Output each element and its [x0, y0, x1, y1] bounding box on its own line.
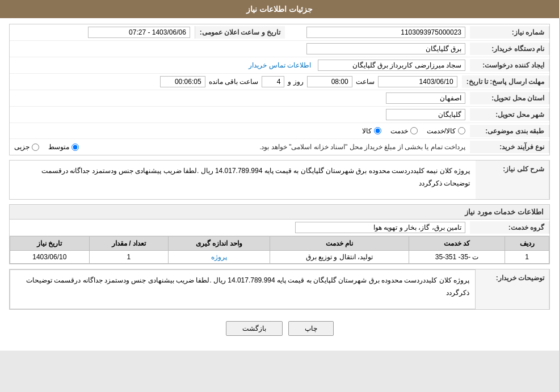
process-value: پرداخت تمام یا بخشی از مبلغ خریداز محل "… — [10, 141, 470, 153]
col-quantity: تعداد / مقدار — [89, 237, 168, 251]
service-group-label: گروه خدمت: — [470, 221, 549, 234]
category-row: طبقه بندی موضوعی: کالا/خدمت خدمت کالا — [10, 123, 549, 139]
buyer-name-label: نام دستگاه خریدار: — [470, 43, 549, 55]
cell-row-num: 1 — [505, 251, 549, 264]
time-label: ساعت — [356, 78, 375, 86]
services-section: گروه خدمت: تامین برق، گاز، بخار و تهویه … — [9, 219, 550, 264]
deadline-remaining-field: 00:06:05 — [160, 76, 205, 87]
category-option-kala[interactable]: کالا — [362, 127, 381, 135]
process-note: پرداخت تمام یا بخشی از مبلغ خریداز محل "… — [88, 143, 465, 151]
back-button[interactable]: بازگشت — [226, 321, 283, 336]
services-table-container: ردیف کد خدمت نام خدمت واحد اندازه گیری ت… — [10, 236, 549, 264]
service-group-row: گروه خدمت: تامین برق، گاز، بخار و تهویه … — [10, 220, 549, 236]
province-value: اصفهان — [10, 90, 470, 106]
province-row: استان محل تحویل: اصفهان — [10, 90, 549, 107]
buyer-description-label: توضیحات خریدار: — [476, 269, 549, 309]
service-group-value: تامین برق، گاز، بخار و تهویه هوا — [10, 220, 470, 235]
process-option-partial[interactable]: جزیی — [14, 143, 39, 151]
province-label: استان محل تحویل: — [470, 92, 549, 104]
process-row: نوع فرآیند خرید: پرداخت تمام یا بخشی از … — [10, 139, 549, 155]
buyer-description-section: توضیحات خریدار: پروژه کلان کلیددردست محد… — [9, 269, 550, 310]
category-value: کالا/خدمت خدمت کالا — [10, 125, 470, 137]
table-row: 1 ت -35- 351-35 تولید، انتقال و توزیع بر… — [10, 251, 549, 264]
cell-service-code: ت -35- 351-35 — [409, 251, 505, 264]
cell-service-name: تولید، انتقال و توزیع برق — [270, 251, 409, 264]
deadline-date-field: 1403/06/10 — [378, 76, 457, 87]
buyer-name-value: برق گلپایگان — [10, 41, 470, 57]
buyer-description-text: پروژه کلان کلیددردست محدوده برق شهرستان … — [10, 269, 476, 309]
col-date: تاریخ نیاز — [10, 237, 90, 251]
need-description-content: پروژه کلان نیمه کلیددردست محدوده برق شهر… — [10, 161, 476, 199]
page-title: جزئیات اطلاعات نیاز — [246, 5, 313, 14]
top-info-section: شماره نیاز: 1103093975000023 تاریخ و ساع… — [9, 24, 550, 155]
print-button[interactable]: چاپ — [288, 321, 334, 336]
announce-date-value: 1403/06/06 - 07:27 — [10, 24, 195, 40]
creator-row: ایجاد کننده درخواست: سجاد میرزارضی کاربر… — [10, 57, 549, 74]
services-section-title: اطلاعات خدمات مورد نیاز — [9, 204, 550, 219]
need-description-text: پروژه کلان نیمه کلیددردست محدوده برق شهر… — [10, 161, 476, 195]
need-number-field: 1103093975000023 — [306, 27, 465, 38]
main-content: شماره نیاز: 1103093975000023 تاریخ و ساع… — [0, 18, 559, 351]
cell-unit: پروژه — [169, 251, 270, 264]
services-table: ردیف کد خدمت نام خدمت واحد اندازه گیری ت… — [10, 236, 549, 264]
cell-date: 1403/06/10 — [10, 251, 90, 264]
remaining-label: ساعت باقی مانده — [209, 78, 259, 86]
deadline-days-field: 4 — [262, 76, 284, 87]
page-header: جزئیات اطلاعات نیاز — [0, 0, 559, 18]
city-field: گلپایگان — [386, 109, 465, 120]
category-option-kala-khedmat[interactable]: کالا/خدمت — [427, 127, 465, 135]
process-label: نوع فرآیند خرید: — [470, 141, 549, 153]
cell-quantity: 1 — [89, 251, 168, 264]
service-group-field: تامین برق، گاز، بخار و تهویه هوا — [295, 222, 465, 233]
need-description-section: شرح کلی نیاز: پروژه کلان نیمه کلیددردست … — [9, 160, 550, 200]
page-wrapper: جزئیات اطلاعات نیاز شماره نیاز: 11030939… — [0, 0, 559, 351]
buyer-description-content: پروژه کلان کلیددردست محدوده برق شهرستان … — [10, 269, 476, 309]
need-number-label: شماره نیاز: — [470, 26, 549, 39]
contact-link[interactable]: اطلاعات تماس خریدار — [249, 61, 311, 69]
deadline-row: مهلت ارسال پاسخ: تا تاریخ: 1403/06/10 سا… — [10, 74, 549, 90]
creator-field: سجاد میرزارضی کاربرداز برق گلپایگان — [318, 60, 465, 71]
category-label: طبقه بندی موضوعی: — [470, 125, 549, 137]
deadline-label: مهلت ارسال پاسخ: تا تاریخ: — [462, 75, 549, 88]
col-row-num: ردیف — [505, 237, 549, 251]
deadline-values: 1403/06/10 ساعت 08:00 روز و 4 ساعت باقی … — [10, 74, 462, 90]
services-table-header: ردیف کد خدمت نام خدمت واحد اندازه گیری ت… — [10, 237, 549, 251]
buyer-name-field: برق گلپایگان — [306, 43, 465, 54]
city-label: شهر محل تحویل: — [470, 108, 549, 121]
city-row: شهر محل تحویل: گلپایگان — [10, 107, 549, 123]
days-label: روز و — [288, 78, 303, 86]
button-bar: چاپ بازگشت — [9, 314, 550, 345]
province-field: اصفهان — [386, 92, 465, 104]
deadline-time-field: 08:00 — [307, 76, 352, 87]
col-service-name: نام خدمت — [270, 237, 409, 251]
col-service-code: کد خدمت — [409, 237, 505, 251]
col-unit: واحد اندازه گیری — [169, 237, 270, 251]
announce-date-field: 1403/06/06 - 07:27 — [88, 27, 190, 38]
announce-date-label: تاریخ و ساعت اعلان عمومی: — [195, 26, 285, 39]
creator-label: ایجاد کننده درخواست: — [470, 59, 549, 71]
need-description-label: شرح کلی نیاز: — [476, 161, 549, 199]
creator-value: سجاد میرزارضی کاربرداز برق گلپایگان اطلا… — [10, 57, 470, 73]
buyer-name-row: نام دستگاه خریدار: برق گلپایگان — [10, 41, 549, 57]
city-value: گلپایگان — [10, 107, 470, 123]
category-option-khedmat[interactable]: خدمت — [390, 127, 418, 135]
process-option-medium[interactable]: متوسط — [48, 143, 79, 151]
need-number-value: 1103093975000023 — [285, 24, 470, 40]
need-number-row: شماره نیاز: 1103093975000023 تاریخ و ساع… — [10, 24, 549, 41]
